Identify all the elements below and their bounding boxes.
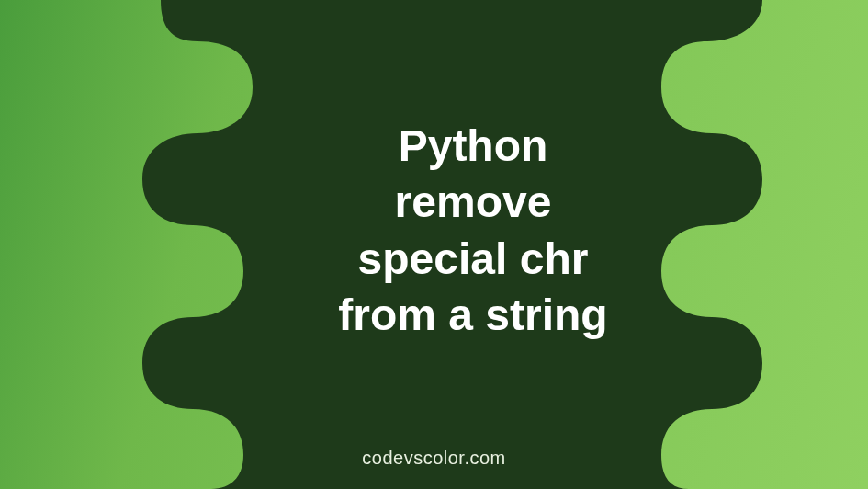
title-line-4: from a string <box>257 287 689 343</box>
banner-title: Python remove special chr from a string <box>257 118 689 344</box>
banner-canvas: Python remove special chr from a string … <box>0 0 868 489</box>
watermark: codevscolor.com <box>0 448 868 469</box>
title-line-1: Python <box>257 118 689 174</box>
title-line-3: special chr <box>257 231 689 287</box>
title-line-2: remove <box>257 174 689 230</box>
